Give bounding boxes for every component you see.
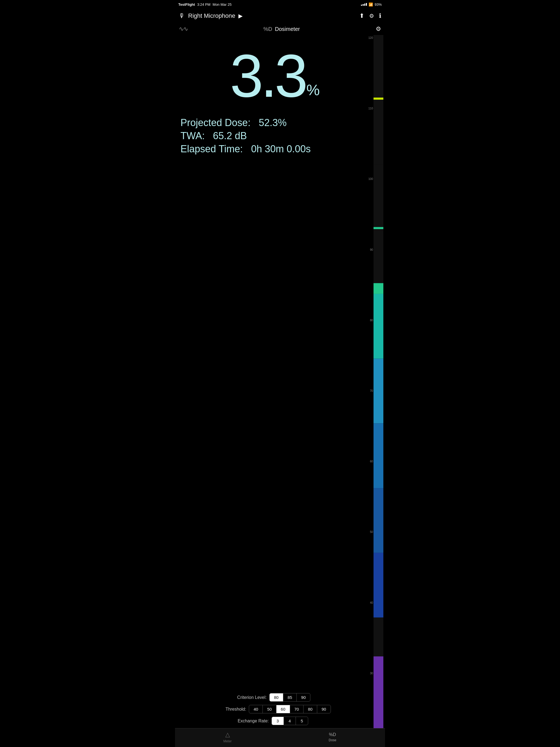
svg-rect-10 [374,423,383,488]
meter-label-70: 70 [366,390,373,392]
svg-rect-9 [374,359,383,423]
meter-label-50: 50 [366,531,373,534]
waveform-icon: ∿∿ [179,25,187,32]
threshold-row: Threshold: 40 50 60 70 80 90 [210,705,331,713]
toolbar-left: ∿∿ [179,25,187,32]
meter-label-110: 110 [366,107,373,110]
meter-labels: 120 110 100 90 80 70 60 50 40 30 20 [366,35,374,747]
tab-dose[interactable]: %D Dose [280,732,385,742]
svg-rect-12 [374,553,383,618]
threshold-70-button[interactable]: 70 [290,705,304,713]
meter-svg-graphic [374,35,383,747]
toolbar-right: ⚙ [376,25,381,32]
status-bar: TestFlight 3:24 PM Mon Mar 25 📶 93% [175,0,385,9]
stats-area: Projected Dose: 52.3% TWA: 65.2 dB Elaps… [175,111,366,162]
exchange-5-button[interactable]: 5 [296,717,308,725]
svg-rect-5 [374,227,383,229]
svg-rect-1 [374,98,383,100]
threshold-50-button[interactable]: 50 [263,705,276,713]
threshold-90-button[interactable]: 90 [317,705,331,713]
threshold-control: 40 50 60 70 80 90 [249,705,331,713]
header: 🎙 Right Microphone ▶ ⬆ ⚙ ℹ [175,9,385,23]
meter-tab-icon: △ [225,731,230,738]
criterion-90-button[interactable]: 90 [297,693,310,701]
svg-rect-6 [374,229,383,283]
battery: 93% [375,2,382,6]
controls-area: Criterion Level: 80 85 90 Threshold: 40 … [175,688,366,728]
criterion-80-button[interactable]: 80 [270,693,283,701]
twa-label: TWA: [180,130,205,141]
settings-button[interactable]: ⚙ [369,12,374,19]
dose-value: 3.3 [230,42,305,110]
svg-rect-8 [374,294,383,359]
dose-unit: % [306,81,320,98]
projected-dose-value: 52.3% [259,117,286,128]
exchange-rate-label: Exchange Rate: [233,719,269,723]
main-content: 3.3% Projected Dose: 52.3% TWA: 65.2 dB … [175,35,385,747]
svg-rect-7 [374,283,383,294]
info-button[interactable]: ℹ [379,12,381,19]
svg-rect-3 [374,162,383,164]
dose-tab-label: Dose [329,738,336,742]
time: 3:24 PM [197,2,210,6]
page: TestFlight 3:24 PM Mon Mar 25 📶 93% 🎙 Ri… [175,0,385,747]
elapsed-label: Elapsed Time: [180,143,243,154]
header-left: 🎙 Right Microphone ▶ [179,12,243,19]
twa-value: 65.2 dB [213,130,247,141]
criterion-level-label: Criterion Level: [231,695,266,700]
signal-icon [361,3,367,6]
criterion-level-row: Criterion Level: 80 85 90 [231,693,310,702]
exchange-rate-row: Exchange Rate: 3 4 5 [233,717,308,725]
share-button[interactable]: ⬆ [359,12,364,19]
meter-label-30: 30 [366,672,373,675]
dose-tab-icon: %D [329,732,336,737]
header-title: Right Microphone [188,12,235,19]
svg-rect-4 [374,164,383,229]
twa-row: TWA: 65.2 dB [180,130,366,141]
tab-bar: △ Meter %D Dose [175,728,385,747]
meter-label-80: 80 [366,319,373,322]
criterion-85-button[interactable]: 85 [283,693,297,701]
threshold-label: Threshold: [210,707,246,712]
meter-label-40: 40 [366,601,373,604]
criterion-level-control: 80 85 90 [269,693,310,702]
meter-label-60: 60 [366,460,373,463]
percent-d-label: %D [263,26,272,32]
svg-rect-2 [374,100,383,164]
meter-label-90: 90 [366,249,373,251]
toolbar-settings-button[interactable]: ⚙ [376,25,381,32]
mic-icon: 🎙 [179,12,185,19]
date: Mon Mar 25 [213,2,232,6]
projected-dose-row: Projected Dose: 52.3% [180,117,366,129]
dose-display: 3.3% [175,35,366,111]
exchange-4-button[interactable]: 4 [284,717,296,725]
status-left: TestFlight 3:24 PM Mon Mar 25 [178,2,232,6]
elapsed-row: Elapsed Time: 0h 30m 0.00s [180,143,366,155]
svg-rect-0 [374,35,383,100]
toolbar-center: %D Dosimeter [263,26,300,32]
app-name: TestFlight [178,2,195,6]
vu-meter: 120 110 100 90 80 70 60 50 40 30 20 [366,35,385,747]
threshold-40-button[interactable]: 40 [249,705,263,713]
play-button[interactable]: ▶ [238,12,243,19]
svg-rect-13 [374,618,383,656]
meter-label-100: 100 [366,178,373,180]
dosimeter-label: Dosimeter [275,26,300,32]
projected-dose-label: Projected Dose: [180,117,251,128]
exchange-rate-control: 3 4 5 [272,717,308,725]
tab-meter[interactable]: △ Meter [175,731,280,743]
threshold-80-button[interactable]: 80 [304,705,317,713]
meter-label-120: 120 [366,36,373,40]
exchange-3-button[interactable]: 3 [272,717,284,725]
svg-rect-11 [374,488,383,553]
meter-tab-label: Meter [223,739,232,743]
wifi-icon: 📶 [368,2,373,6]
status-right: 📶 93% [361,2,382,6]
threshold-60-button[interactable]: 60 [276,705,290,713]
elapsed-value: 0h 30m 0.00s [251,143,311,154]
header-right: ⬆ ⚙ ℹ [359,12,381,19]
toolbar: ∿∿ %D Dosimeter ⚙ [175,23,385,35]
spacer [175,162,366,688]
left-section: 3.3% Projected Dose: 52.3% TWA: 65.2 dB … [175,35,366,747]
meter-bar [374,35,383,747]
